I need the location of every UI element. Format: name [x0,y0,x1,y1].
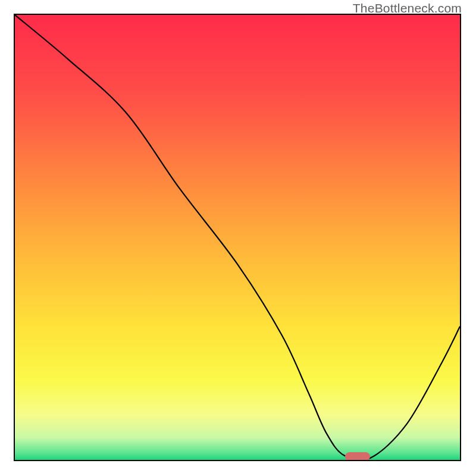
bottleneck-curve-path [15,15,460,460]
chart-frame [14,14,461,461]
curve-svg [15,15,460,460]
optimal-marker [345,452,370,461]
